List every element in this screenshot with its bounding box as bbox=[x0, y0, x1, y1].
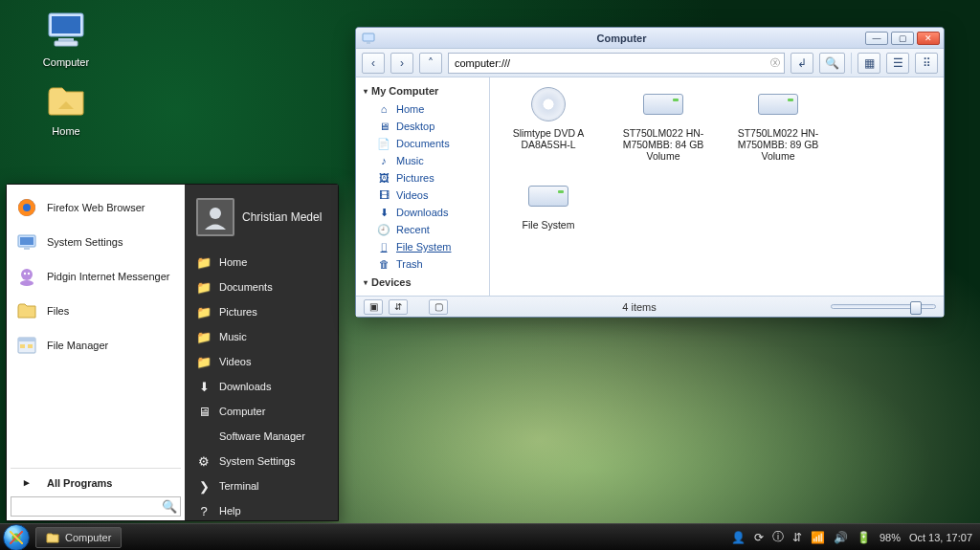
tray-user-icon[interactable]: 👤 bbox=[731, 531, 746, 544]
all-programs-button[interactable]: ▸ All Programs bbox=[11, 468, 181, 493]
status-tree-button[interactable]: ⇵ bbox=[389, 299, 408, 315]
sidebar-item-trash[interactable]: 🗑Trash bbox=[356, 255, 489, 273]
sidebar-item-label: Music bbox=[396, 155, 424, 166]
tray-battery-icon[interactable]: 🔋 bbox=[857, 531, 871, 544]
place-label: Downloads bbox=[219, 381, 271, 392]
file-view[interactable]: Slimtype DVD A DA8A5SH-L ST750LM022 HN-M… bbox=[490, 77, 944, 296]
hard-drive-icon bbox=[525, 177, 571, 215]
file-item-filesystem[interactable]: File System bbox=[496, 177, 601, 231]
tray-updates-icon[interactable]: ⟳ bbox=[754, 531, 764, 544]
folder-icon bbox=[46, 531, 59, 544]
view-list-button[interactable]: ☰ bbox=[886, 53, 909, 74]
tray-network-icon[interactable]: ⇵ bbox=[792, 531, 802, 544]
place-home[interactable]: 📁Home bbox=[185, 250, 338, 275]
folder-icon: 📁 bbox=[196, 304, 212, 319]
status-places-button[interactable]: ▣ bbox=[364, 299, 383, 315]
toggle-path-button[interactable]: ↲ bbox=[791, 53, 813, 74]
desktop-icon-label: Home bbox=[31, 125, 101, 137]
start-app-pidgin[interactable]: Pidgin Internet Messenger bbox=[11, 259, 181, 294]
nav-back-button[interactable]: ‹ bbox=[362, 53, 385, 74]
file-item-volume-89gb[interactable]: ST750LM022 HN-M750MBB: 89 GB Volume bbox=[725, 85, 831, 162]
svg-point-10 bbox=[20, 280, 33, 286]
pidgin-icon bbox=[16, 266, 37, 287]
window-title: Computer bbox=[381, 33, 862, 44]
toolbar-search-button[interactable]: 🔍 bbox=[819, 53, 845, 74]
place-pictures[interactable]: 📁Pictures bbox=[185, 299, 338, 324]
window-titlebar[interactable]: Computer ― ▢ ✕ bbox=[356, 28, 944, 49]
status-close-panel-button[interactable]: ▢ bbox=[429, 299, 448, 315]
svg-point-5 bbox=[23, 204, 31, 211]
sidebar-item-label: Videos bbox=[396, 189, 428, 201]
view-compact-button[interactable]: ⠿ bbox=[915, 53, 938, 74]
desktop-icon-computer[interactable]: Computer bbox=[31, 8, 101, 68]
download-icon: ⬇ bbox=[196, 379, 212, 394]
location-input[interactable] bbox=[449, 54, 767, 73]
place-software-manager[interactable]: Software Manager bbox=[185, 424, 338, 449]
place-downloads[interactable]: ⬇Downloads bbox=[185, 374, 338, 399]
place-music[interactable]: 📁Music bbox=[185, 324, 338, 349]
place-computer[interactable]: 🖥Computer bbox=[185, 399, 338, 424]
sidebar-section-my-computer[interactable]: ▾ My Computer bbox=[356, 81, 489, 100]
section-label: My Computer bbox=[371, 85, 438, 97]
sidebar-section-devices[interactable]: ▾ Devices bbox=[356, 273, 489, 292]
folder-icon: 📁 bbox=[196, 279, 212, 295]
task-label: Computer bbox=[65, 532, 111, 543]
start-search-input[interactable] bbox=[11, 497, 159, 516]
start-menu: Firefox Web Browser System Settings Pidg… bbox=[6, 184, 339, 521]
start-button[interactable] bbox=[3, 524, 30, 551]
start-app-system-settings[interactable]: System Settings bbox=[11, 225, 181, 259]
view-icons-button[interactable]: ▦ bbox=[858, 53, 880, 74]
user-avatar-icon[interactable] bbox=[196, 198, 234, 236]
tray-volume-icon[interactable]: 🔊 bbox=[834, 531, 848, 544]
terminal-icon: ❯ bbox=[196, 478, 212, 494]
window-maximize-button[interactable]: ▢ bbox=[891, 32, 914, 45]
clear-location-icon[interactable]: ⓧ bbox=[767, 56, 784, 70]
desktop-place-icon: 🖥 bbox=[377, 120, 390, 133]
nav-forward-button[interactable]: › bbox=[390, 53, 413, 74]
window-minimize-button[interactable]: ― bbox=[865, 32, 888, 45]
sidebar-item-home[interactable]: ⌂Home bbox=[356, 100, 489, 118]
sidebar-item-pictures[interactable]: 🖼Pictures bbox=[356, 169, 489, 187]
svg-point-12 bbox=[28, 273, 30, 275]
pictures-icon: 🖼 bbox=[377, 171, 390, 185]
search-icon[interactable]: 🔍 bbox=[159, 499, 180, 514]
window-close-button[interactable]: ✕ bbox=[917, 32, 940, 45]
sidebar-item-label: Downloads bbox=[396, 207, 448, 218]
place-documents[interactable]: 📁Documents bbox=[185, 275, 338, 299]
sidebar-item-label: Home bbox=[396, 103, 424, 115]
status-bar: ▣ ⇵ ▢ 4 items bbox=[356, 296, 944, 317]
start-app-label: System Settings bbox=[47, 236, 122, 248]
place-videos[interactable]: 📁Videos bbox=[185, 349, 338, 374]
desktop-icon-home[interactable]: Home bbox=[31, 77, 101, 137]
file-item-label: Slimtype DVD A DA8A5SH-L bbox=[496, 127, 601, 150]
sidebar-item-recent[interactable]: 🕘Recent bbox=[356, 221, 489, 238]
start-app-firefox[interactable]: Firefox Web Browser bbox=[11, 190, 181, 225]
place-help[interactable]: ?Help bbox=[185, 498, 338, 523]
firefox-icon bbox=[16, 197, 37, 218]
zoom-slider[interactable] bbox=[831, 304, 936, 309]
start-app-label: Files bbox=[47, 305, 69, 317]
file-item-dvd[interactable]: Slimtype DVD A DA8A5SH-L bbox=[496, 85, 601, 162]
sidebar-item-music[interactable]: ♪Music bbox=[356, 152, 489, 169]
tray-indicator-icon[interactable]: ⓘ bbox=[772, 529, 784, 545]
place-label: Help bbox=[219, 505, 241, 517]
sidebar-item-videos[interactable]: 🎞Videos bbox=[356, 187, 489, 204]
sidebar-item-desktop[interactable]: 🖥Desktop bbox=[356, 118, 489, 135]
tray-wifi-icon[interactable]: 📶 bbox=[811, 531, 825, 544]
nav-up-button[interactable]: ˄ bbox=[419, 53, 442, 74]
svg-rect-7 bbox=[20, 237, 33, 245]
file-item-volume-84gb[interactable]: ST750LM022 HN-M750MBB: 84 GB Volume bbox=[611, 85, 716, 162]
svg-rect-15 bbox=[20, 344, 25, 348]
place-label: Home bbox=[219, 256, 247, 268]
task-button-computer[interactable]: Computer bbox=[35, 527, 122, 548]
place-label: Documents bbox=[219, 281, 273, 293]
tray-clock[interactable]: Oct 13, 17:07 bbox=[909, 532, 972, 543]
sidebar: ▾ My Computer ⌂Home 🖥Desktop 📄Documents … bbox=[356, 77, 490, 296]
sidebar-item-filesystem[interactable]: ⌷File System bbox=[356, 238, 489, 255]
place-system-settings[interactable]: ⚙System Settings bbox=[185, 449, 338, 473]
start-app-files[interactable]: Files bbox=[11, 294, 181, 328]
sidebar-item-downloads[interactable]: ⬇Downloads bbox=[356, 204, 489, 221]
sidebar-item-documents[interactable]: 📄Documents bbox=[356, 135, 489, 152]
start-app-file-manager[interactable]: File Manager bbox=[11, 328, 181, 363]
place-terminal[interactable]: ❯Terminal bbox=[185, 473, 338, 498]
